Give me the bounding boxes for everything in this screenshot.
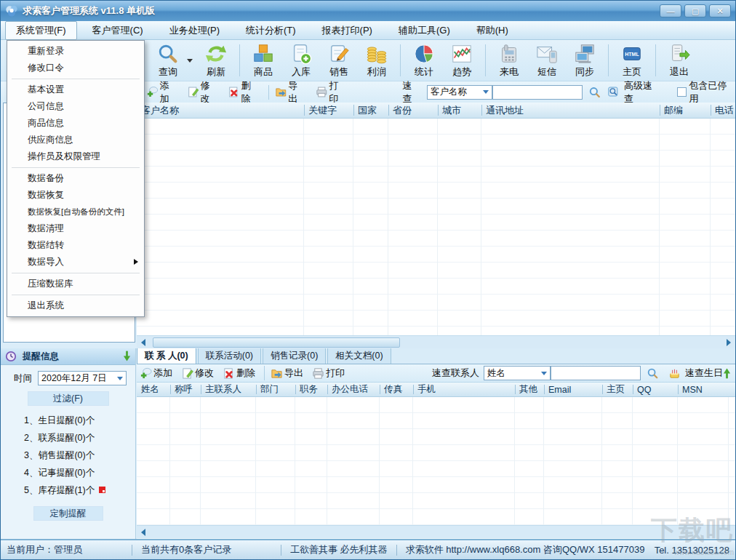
maximize-button[interactable]: ▢ <box>684 4 706 17</box>
column-header[interactable]: 关键字 <box>304 103 353 118</box>
menu-statistics[interactable]: 统计分析(T) <box>235 21 307 40</box>
column-header[interactable]: 传真 <box>380 383 413 396</box>
menu-item-compact-database[interactable]: 压缩数据库 <box>7 276 144 292</box>
column-header[interactable]: MSN <box>678 383 729 396</box>
column-header[interactable]: 邮编 <box>660 103 711 118</box>
reminder-item-contact[interactable]: 2、联系提醒(0)个 <box>1 429 135 447</box>
reminder-item-stock[interactable]: 5、库存提醒(1)个 <box>1 481 135 499</box>
menu-item-data-import[interactable]: 数据导入 <box>7 254 144 271</box>
sync-button[interactable]: 同步 <box>566 41 604 79</box>
quick-search-icon[interactable] <box>647 367 658 379</box>
column-header[interactable]: 省份 <box>388 103 438 118</box>
advanced-search-label[interactable]: 高级速查 <box>624 79 661 105</box>
filter-button[interactable]: 过滤(F) <box>28 391 109 406</box>
tab-related-documents[interactable]: 相关文档(0) <box>327 348 391 364</box>
advanced-search-icon[interactable] <box>607 86 620 98</box>
menu-business[interactable]: 业务处理(P) <box>159 21 231 40</box>
sms-button[interactable]: 短信 <box>528 41 566 79</box>
menu-item-relogin[interactable]: 重新登录 <box>7 43 144 60</box>
column-header[interactable]: 国家 <box>353 103 388 118</box>
menu-tools[interactable]: 辅助工具(G) <box>388 21 461 40</box>
column-header[interactable]: 城市 <box>438 103 481 118</box>
customer-quick-field-select[interactable]: 客户名称 <box>427 85 492 100</box>
scroll-left-arrow-icon[interactable] <box>137 526 150 538</box>
contact-quick-search-input[interactable] <box>551 366 641 380</box>
customer-quick-search-input[interactable] <box>492 85 583 100</box>
menu-item-change-password[interactable]: 修改口令 <box>7 60 144 76</box>
contact-export-button[interactable]: 导出 <box>271 367 303 380</box>
scroll-right-arrow-icon[interactable] <box>722 336 735 348</box>
customer-table-hscrollbar[interactable] <box>137 335 735 348</box>
birthday-cake-icon[interactable] <box>668 367 681 380</box>
customer-add-button[interactable]: 添加 <box>146 79 178 105</box>
reminder-date-select[interactable]: 2020年12月 7日 <box>38 371 127 385</box>
menu-report-print[interactable]: 报表打印(P) <box>311 21 383 40</box>
contact-delete-button[interactable]: 删除 <box>223 367 255 380</box>
column-header[interactable]: 称呼 <box>170 383 201 396</box>
green-up-arrow-icon[interactable] <box>723 367 731 379</box>
minimize-button[interactable]: — <box>660 4 681 17</box>
include-disabled-checkbox[interactable] <box>677 87 687 97</box>
menu-item-data-restore[interactable]: 数据恢复 <box>7 187 144 204</box>
menu-customer[interactable]: 客户管理(C) <box>81 21 154 40</box>
customer-export-button[interactable]: 导出 <box>275 79 307 105</box>
menu-item-data-restore-auto[interactable]: 数据恢复[自动备份的文件] <box>7 204 144 220</box>
reminder-item-birthday[interactable]: 1、生日提醒(0)个 <box>1 412 135 429</box>
column-header[interactable]: 通讯地址 <box>481 103 660 118</box>
statistics-button[interactable]: 统计 <box>405 41 443 79</box>
column-header[interactable]: 职务 <box>295 383 327 396</box>
menu-item-company-info[interactable]: 公司信息 <box>7 98 144 115</box>
customer-delete-button[interactable]: 删除 <box>228 79 260 105</box>
profit-button[interactable]: 利润 <box>358 41 396 79</box>
inbound-button[interactable]: 入库 <box>282 41 320 79</box>
tab-contacts[interactable]: 联 系 人(0) <box>137 348 196 364</box>
column-header[interactable]: 客户名称 <box>137 103 304 118</box>
custom-reminder-button[interactable]: 定制提醒 <box>33 506 103 521</box>
menu-item-data-backup[interactable]: 数据备份 <box>7 170 144 187</box>
query-button[interactable]: 查询 <box>149 41 187 79</box>
close-button[interactable]: ✕ <box>709 4 731 17</box>
quick-search-icon[interactable] <box>588 86 601 98</box>
customer-print-button[interactable]: 打印 <box>316 79 348 105</box>
column-header[interactable]: 主页 <box>602 383 633 396</box>
homepage-button[interactable]: HTML 主页 <box>613 41 651 79</box>
tab-contact-activity[interactable]: 联系活动(0) <box>198 348 261 364</box>
menu-help[interactable]: 帮助(H) <box>465 21 519 40</box>
contact-add-button[interactable]: 添加 <box>140 367 172 380</box>
reminder-item-sales[interactable]: 3、销售提醒(0)个 <box>1 447 135 464</box>
menu-item-product-info[interactable]: 商品信息 <box>7 115 144 132</box>
refresh-button[interactable]: 刷新 <box>197 41 235 79</box>
column-header[interactable]: 电话 <box>711 103 735 118</box>
column-header[interactable]: 办公电话 <box>327 383 380 396</box>
customer-edit-button[interactable]: 修改 <box>187 79 219 105</box>
contact-table-hscrollbar[interactable] <box>137 525 735 538</box>
menu-item-exit-system[interactable]: 退出系统 <box>7 297 144 314</box>
column-header[interactable]: 主联系人 <box>201 383 256 396</box>
column-header[interactable]: QQ <box>633 383 678 396</box>
menu-system[interactable]: 系统管理(F) <box>5 21 77 40</box>
sales-button[interactable]: 销售 <box>320 41 358 79</box>
contact-print-button[interactable]: 打印 <box>312 367 345 380</box>
menu-item-supplier-info[interactable]: 供应商信息 <box>7 132 144 148</box>
status-vendor-link[interactable]: 求索软件 http://www.xlq668.com 咨询QQ/WX 15147… <box>406 543 645 556</box>
birthday-quick-search-label[interactable]: 速查生日 <box>685 367 723 380</box>
exit-button[interactable]: 退出 <box>660 41 698 79</box>
menu-item-data-cleanup[interactable]: 数据清理 <box>7 220 144 237</box>
menu-item-basic-settings[interactable]: 基本设置 <box>7 81 144 98</box>
query-dropdown-arrow-icon[interactable] <box>187 59 193 63</box>
scrollbar-thumb[interactable] <box>153 337 400 348</box>
column-header[interactable]: Email <box>544 383 602 396</box>
menu-item-data-carryover[interactable]: 数据结转 <box>7 237 144 254</box>
green-down-arrow-icon[interactable] <box>123 351 131 362</box>
goods-button[interactable]: 商品 <box>244 41 282 79</box>
contact-edit-button[interactable]: 修改 <box>181 367 214 380</box>
tab-sales-records[interactable]: 销售记录(0) <box>263 348 326 364</box>
column-header[interactable]: 手机 <box>413 383 515 396</box>
scroll-left-arrow-icon[interactable] <box>137 336 150 348</box>
menu-item-operator-permissions[interactable]: 操作员及权限管理 <box>7 148 144 165</box>
reminder-item-note[interactable]: 4、记事提醒(0)个 <box>1 464 135 481</box>
incoming-call-button[interactable]: 来电 <box>490 41 528 79</box>
contact-quick-field-select[interactable]: 姓名 <box>484 366 551 380</box>
trend-button[interactable]: 趋势 <box>443 41 481 79</box>
column-header[interactable]: 姓名 <box>137 383 170 396</box>
